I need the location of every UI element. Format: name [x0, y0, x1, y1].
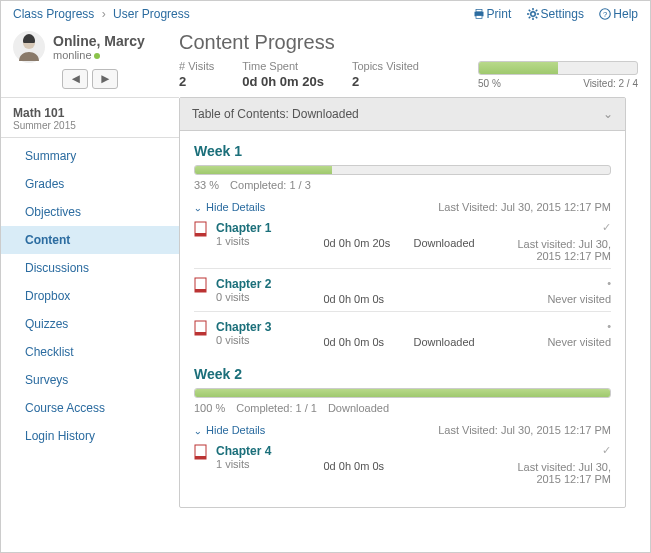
user-name: Online, Marcy — [53, 33, 145, 49]
chapter-time: 0d 0h 0m 20s — [324, 237, 414, 249]
week-last-visited: Last Visited: Jul 30, 2015 12:17 PM — [438, 424, 611, 436]
print-icon — [473, 8, 485, 20]
chevron-up-icon: ⌃ — [194, 425, 202, 436]
svg-point-3 — [530, 12, 535, 17]
help-icon: ? — [599, 8, 611, 20]
prev-user-button[interactable]: ◄ — [62, 69, 88, 89]
chapter-row: Chapter 41 visits0d 0h 0m 0s✓Last visite… — [194, 444, 611, 485]
svg-rect-11 — [195, 289, 206, 292]
course-title: Math 101 — [13, 106, 167, 120]
overall-percent: 50 % — [478, 78, 501, 89]
sidebar-item-course-access[interactable]: Course Access — [1, 394, 179, 422]
chapter-title[interactable]: Chapter 3 — [216, 320, 324, 334]
breadcrumb: Class Progress › User Progress — [13, 7, 190, 21]
overall-progress-bar — [478, 61, 638, 75]
course-block: Math 101 Summer 2015 — [1, 97, 179, 138]
svg-text:?: ? — [603, 10, 607, 19]
svg-rect-15 — [195, 456, 206, 459]
chapter-visits: 1 visits — [216, 458, 324, 470]
chapter-last-visited: Never visited — [504, 293, 612, 305]
chapter-right: •Never visited — [504, 320, 612, 348]
overall-visited: Visited: 2 / 4 — [583, 78, 638, 89]
print-link[interactable]: Print — [473, 7, 512, 21]
chapter-last-visited: Last visited: Jul 30, 2015 12:17 PM — [504, 461, 612, 485]
chapter-row: Chapter 20 visits0d 0h 0m 0s•Never visit… — [194, 277, 611, 305]
gear-icon — [527, 8, 539, 20]
breadcrumb-current[interactable]: User Progress — [113, 7, 190, 21]
next-user-button[interactable]: ► — [92, 69, 118, 89]
help-link[interactable]: ?Help — [599, 7, 638, 21]
chapter-title[interactable]: Chapter 4 — [216, 444, 324, 458]
svg-rect-2 — [476, 16, 482, 19]
sidebar-item-checklist[interactable]: Checklist — [1, 338, 179, 366]
chapter-right: ✓Last visited: Jul 30, 2015 12:17 PM — [504, 221, 612, 262]
chapter-visits: 1 visits — [216, 235, 324, 247]
week-progress-bar — [194, 388, 611, 398]
week-meta: 100 % Completed: 1 / 1 Downloaded — [194, 402, 611, 414]
chapter-row: Chapter 30 visits0d 0h 0m 0sDownloaded•N… — [194, 320, 611, 348]
time-value: 0d 0h 0m 20s — [242, 74, 324, 89]
toc-header: Table of Contents: Downloaded — [192, 107, 359, 121]
week-progress-bar — [194, 165, 611, 175]
chapter-status: Downloaded — [414, 237, 504, 249]
week-title[interactable]: Week 1 — [194, 143, 611, 159]
dot-icon: • — [504, 320, 612, 332]
online-dot-icon — [94, 53, 100, 59]
chapter-last-visited: Never visited — [504, 336, 612, 348]
user-login: monline — [53, 49, 145, 61]
page-title: Content Progress — [179, 31, 638, 54]
svg-rect-1 — [476, 10, 482, 12]
sidebar-item-content[interactable]: Content — [1, 226, 179, 254]
sidebar-item-discussions[interactable]: Discussions — [1, 254, 179, 282]
chevron-up-icon: ⌃ — [194, 202, 202, 213]
chapter-row: Chapter 11 visits0d 0h 0m 20sDownloaded✓… — [194, 221, 611, 262]
file-icon — [194, 444, 216, 463]
chapter-right: •Never visited — [504, 277, 612, 305]
visits-value: 2 — [179, 74, 214, 89]
dot-icon: • — [504, 277, 612, 289]
chapter-time: 0d 0h 0m 0s — [324, 460, 414, 472]
chapter-title[interactable]: Chapter 1 — [216, 221, 324, 235]
svg-rect-13 — [195, 332, 206, 335]
sidebar-item-summary[interactable]: Summary — [1, 142, 179, 170]
hide-details-button[interactable]: ⌃Hide Details — [194, 201, 265, 213]
chapter-time: 0d 0h 0m 0s — [324, 336, 414, 348]
avatar — [13, 31, 45, 63]
chapter-right: ✓Last visited: Jul 30, 2015 12:17 PM — [504, 444, 612, 485]
file-icon — [194, 221, 216, 240]
hide-details-button[interactable]: ⌃Hide Details — [194, 424, 265, 436]
sidebar-item-dropbox[interactable]: Dropbox — [1, 282, 179, 310]
chapter-last-visited: Last visited: Jul 30, 2015 12:17 PM — [504, 238, 612, 262]
file-icon — [194, 320, 216, 339]
side-nav: SummaryGradesObjectivesContentDiscussion… — [1, 138, 179, 454]
chapter-title[interactable]: Chapter 2 — [216, 277, 324, 291]
breadcrumb-root[interactable]: Class Progress — [13, 7, 94, 21]
topics-value: 2 — [352, 74, 419, 89]
week-meta: 33 % Completed: 1 / 3 — [194, 179, 611, 191]
sidebar-item-objectives[interactable]: Objectives — [1, 198, 179, 226]
file-icon — [194, 277, 216, 296]
chapter-status: Downloaded — [414, 336, 504, 348]
check-icon: ✓ — [504, 444, 612, 457]
chapter-visits: 0 visits — [216, 291, 324, 303]
time-label: Time Spent — [242, 60, 324, 72]
visits-label: # Visits — [179, 60, 214, 72]
sidebar-item-grades[interactable]: Grades — [1, 170, 179, 198]
sidebar-item-quizzes[interactable]: Quizzes — [1, 310, 179, 338]
chapter-time: 0d 0h 0m 0s — [324, 293, 414, 305]
topics-label: Topics Visited — [352, 60, 419, 72]
settings-link[interactable]: Settings — [527, 7, 584, 21]
check-icon: ✓ — [504, 221, 612, 234]
sidebar-item-login-history[interactable]: Login History — [1, 422, 179, 450]
week-title[interactable]: Week 2 — [194, 366, 611, 382]
chevron-down-icon[interactable]: ⌄ — [603, 107, 613, 121]
course-term: Summer 2015 — [13, 120, 167, 131]
chevron-right-icon: › — [102, 7, 106, 21]
week-last-visited: Last Visited: Jul 30, 2015 12:17 PM — [438, 201, 611, 213]
sidebar-item-surveys[interactable]: Surveys — [1, 366, 179, 394]
chapter-visits: 0 visits — [216, 334, 324, 346]
svg-rect-9 — [195, 233, 206, 236]
